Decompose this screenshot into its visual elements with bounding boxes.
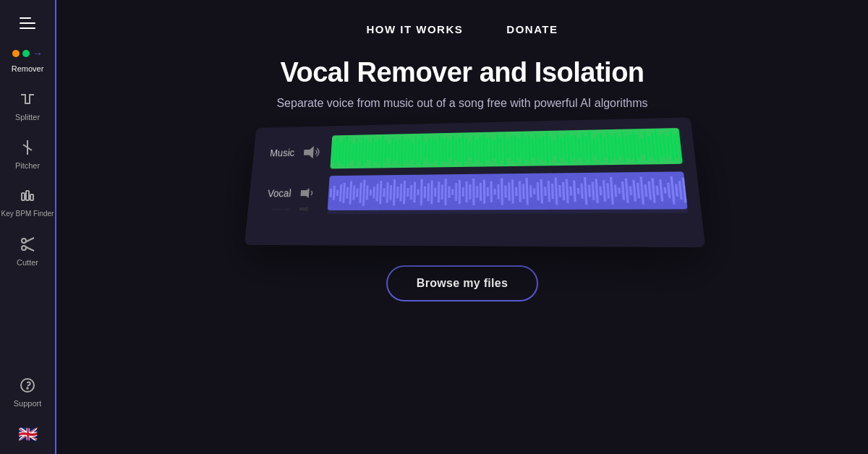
svg-rect-160: [497, 184, 499, 200]
sidebar-item-splitter[interactable]: Splitter: [0, 80, 55, 129]
svg-rect-188: [599, 187, 602, 196]
language-selector[interactable]: 🇬🇧: [18, 415, 38, 454]
svg-rect-56: [486, 139, 488, 160]
svg-rect-193: [618, 188, 621, 194]
svg-rect-217: [345, 207, 347, 210]
svg-rect-154: [476, 186, 478, 198]
svg-rect-226: [375, 205, 378, 213]
svg-rect-219: [352, 206, 354, 211]
svg-rect-169: [529, 185, 532, 197]
svg-rect-46: [451, 136, 454, 164]
svg-rect-59: [496, 134, 499, 163]
svg-point-3: [22, 239, 26, 243]
svg-rect-39: [427, 138, 430, 162]
svg-line-6: [26, 247, 35, 252]
svg-rect-147: [451, 189, 454, 194]
svg-rect-159: [494, 189, 496, 194]
sidebar-item-pitcher[interactable]: Pitcher: [0, 129, 55, 177]
svg-rect-84: [585, 136, 589, 160]
svg-rect-23: [374, 141, 377, 162]
waveform-row-reflection: Vocal: [258, 202, 688, 214]
svg-rect-14: [344, 137, 348, 167]
svg-rect-216: [342, 206, 344, 212]
svg-rect-33: [407, 138, 410, 163]
waveform-label-vocal: Vocal: [260, 187, 292, 199]
svg-rect-127: [383, 188, 385, 197]
svg-rect-171: [537, 182, 540, 200]
svg-rect-134: [407, 188, 409, 197]
svg-rect-191: [610, 177, 614, 205]
svg-rect-89: [603, 137, 607, 158]
hero-subtitle: Separate voice from music out of a song …: [276, 97, 647, 110]
svg-rect-92: [614, 134, 618, 160]
svg-rect-42: [438, 135, 441, 165]
waveform-visual: Music: [245, 123, 679, 244]
svg-rect-215: [339, 205, 341, 213]
svg-rect-2: [30, 194, 33, 200]
svg-rect-136: [413, 182, 415, 203]
svg-rect-17: [354, 138, 358, 165]
svg-rect-40: [431, 137, 433, 163]
svg-rect-78: [563, 134, 567, 160]
browse-files-button[interactable]: Browse my files: [386, 265, 538, 301]
svg-rect-173: [544, 187, 547, 196]
svg-rect-72: [542, 136, 545, 160]
svg-rect-177: [558, 185, 561, 197]
svg-rect-212: [328, 207, 331, 211]
top-nav: HOW IT WORKS DONATE: [56, 0, 868, 50]
svg-rect-198: [637, 183, 640, 198]
svg-rect-88: [599, 133, 603, 161]
sidebar-item-cutter[interactable]: Cutter: [0, 226, 55, 274]
pitcher-icon: [17, 137, 38, 158]
svg-rect-152: [469, 184, 471, 200]
svg-rect-166: [519, 181, 522, 202]
svg-rect-149: [459, 180, 461, 204]
svg-rect-50: [466, 138, 468, 161]
sidebar-item-remover[interactable]: → Remover: [0, 39, 55, 80]
svg-rect-187: [595, 179, 598, 203]
svg-rect-186: [592, 181, 595, 200]
svg-rect-204: [659, 179, 663, 201]
svg-rect-145: [445, 179, 447, 205]
svg-rect-68: [528, 135, 531, 161]
svg-rect-35: [414, 137, 417, 165]
svg-rect-95: [625, 136, 629, 158]
svg-rect-142: [434, 188, 436, 197]
svg-rect-64: [514, 135, 516, 163]
svg-rect-176: [555, 178, 558, 205]
svg-rect-25: [380, 136, 383, 167]
svg-rect-151: [466, 181, 468, 202]
nav-link-how-it-works[interactable]: HOW IT WORKS: [366, 23, 463, 35]
sidebar-item-key-bpm-finder[interactable]: Key BPM Finder: [0, 177, 55, 226]
hamburger-icon: [20, 17, 35, 29]
svg-rect-139: [424, 187, 426, 198]
svg-rect-66: [521, 134, 524, 164]
svg-rect-38: [425, 142, 427, 159]
svg-rect-21: [367, 142, 370, 160]
hero-title: Vocal Remover and Isolation: [280, 57, 644, 88]
svg-rect-90: [606, 132, 610, 163]
key-bpm-icon: [17, 186, 38, 206]
svg-rect-45: [448, 141, 451, 160]
svg-rect-115: [342, 183, 345, 203]
sidebar-item-support[interactable]: Support: [0, 367, 55, 415]
menu-button[interactable]: [0, 7, 55, 39]
nav-link-donate[interactable]: DONATE: [506, 23, 558, 35]
waveform-label-music: Music: [264, 147, 295, 159]
svg-rect-22: [371, 137, 374, 166]
svg-rect-24: [378, 139, 380, 164]
svg-rect-214: [336, 207, 338, 210]
svg-rect-113: [336, 190, 339, 196]
svg-rect-130: [393, 179, 396, 205]
sidebar-item-label: Cutter: [17, 258, 38, 267]
svg-rect-118: [352, 186, 355, 200]
svg-rect-93: [618, 137, 621, 157]
svg-rect-183: [580, 184, 583, 199]
svg-rect-192: [614, 184, 617, 197]
svg-rect-222: [362, 205, 364, 213]
svg-rect-85: [588, 132, 592, 164]
svg-rect-181: [573, 181, 576, 202]
svg-rect-161: [501, 178, 503, 205]
svg-rect-179: [566, 179, 569, 204]
svg-rect-49: [462, 134, 464, 165]
